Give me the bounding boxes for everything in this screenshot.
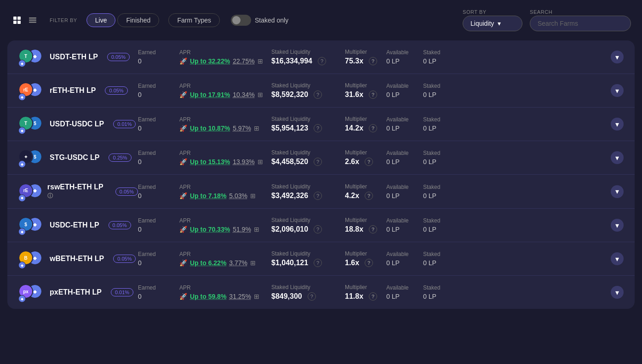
multiplier-help-icon[interactable]: ?: [369, 292, 377, 301]
rocket-icon: 🚀: [179, 192, 187, 199]
apr-column: APR 🚀 Up to 6.22% 3.77% ⊞: [179, 251, 271, 267]
staked-help-icon[interactable]: ?: [314, 225, 322, 233]
expand-button[interactable]: ▾: [611, 51, 624, 63]
table-row: px ◆ ◆ pxETH-ETH LP 0.01% Earned 0 APR 🚀…: [7, 276, 635, 309]
available-column: Available 0 LP: [386, 150, 423, 165]
rocket-icon: 🚀: [179, 259, 187, 267]
available-column: Available 0 LP: [386, 217, 423, 233]
available-header: Available: [386, 150, 423, 156]
apr-value: 🚀 Up to 10.87% 5.97% ⊞: [179, 125, 271, 132]
apr-calc-icon[interactable]: ⊞: [258, 158, 263, 165]
expand-button[interactable]: ▾: [611, 118, 624, 131]
info-icon[interactable]: ⓘ: [47, 193, 53, 199]
apr-up-value: Up to 15.13%: [190, 158, 230, 165]
staked-liquidity-header: Staked Liquidity: [271, 217, 345, 223]
view-toggle: [11, 14, 39, 26]
apr-calc-icon[interactable]: ⊞: [254, 226, 259, 233]
staked-help-icon[interactable]: ?: [318, 57, 326, 65]
staked-only-switch[interactable]: [231, 15, 251, 26]
list-view-button[interactable]: [27, 14, 39, 26]
fee-badge: 0.05%: [109, 221, 131, 229]
apr-header: APR: [179, 116, 271, 123]
available-value: 0 LP: [386, 226, 423, 233]
earned-value: 0: [138, 226, 179, 233]
rocket-icon: 🚀: [179, 91, 187, 98]
apr-calc-icon[interactable]: ⊞: [254, 125, 259, 132]
staked-help-icon[interactable]: ?: [314, 259, 322, 267]
multiplier-value: 31.6x ?: [345, 91, 386, 99]
apr-calc-icon[interactable]: ⊞: [250, 259, 256, 267]
apr-calc-icon[interactable]: ⊞: [258, 91, 263, 98]
multiplier-help-icon[interactable]: ?: [369, 57, 377, 65]
staked-column: Staked 0 LP: [423, 284, 460, 300]
expand-button[interactable]: ▾: [611, 252, 624, 265]
staked-help-icon[interactable]: ?: [314, 91, 322, 99]
earned-value: 0: [138, 91, 179, 98]
multiplier-help-icon[interactable]: ?: [365, 259, 373, 267]
staked-column: Staked 0 LP: [423, 150, 460, 165]
grid-view-button[interactable]: [11, 14, 23, 26]
staked-value: 0 LP: [423, 259, 460, 267]
apr-calc-icon[interactable]: ⊞: [254, 293, 259, 300]
farm-tokens-6: $ ◆ ◆ USDC-ETH LP 0.05%: [18, 217, 138, 233]
multiplier-header: Multiplier: [345, 49, 386, 55]
sort-dropdown[interactable]: Liquidity ▾: [463, 16, 522, 31]
apr-calc-icon[interactable]: ⊞: [258, 57, 263, 65]
multiplier-value: 18.8x ?: [345, 225, 386, 233]
earned-header: Earned: [138, 284, 179, 291]
earned-column: Earned 0: [138, 49, 179, 65]
rocket-icon: 🚀: [179, 226, 187, 233]
fee-badge: 0.01%: [111, 288, 133, 296]
available-header: Available: [386, 251, 423, 257]
available-header: Available: [386, 83, 423, 89]
multiplier-help-icon[interactable]: ?: [369, 91, 377, 99]
multiplier-help-icon[interactable]: ?: [365, 158, 373, 166]
token-icons-3: T $ ◆: [18, 116, 44, 132]
multiplier-help-icon[interactable]: ?: [365, 192, 373, 200]
apr-header: APR: [179, 284, 271, 291]
expand-button[interactable]: ▾: [611, 185, 624, 198]
earned-header: Earned: [138, 49, 179, 56]
staked-liquidity-column: Staked Liquidity $8,592,320 ?: [271, 82, 345, 99]
filter-group: Live Finished: [86, 13, 160, 27]
staked-header: Staked: [423, 83, 460, 89]
staked-amount: $1,040,121: [271, 259, 308, 267]
fee-badge: 0.25%: [109, 154, 131, 162]
expand-button[interactable]: ▾: [611, 84, 624, 97]
finished-filter-button[interactable]: Finished: [117, 13, 159, 27]
token-icons-6: $ ◆ ◆: [18, 217, 44, 233]
available-value: 0 LP: [386, 125, 423, 132]
live-filter-button[interactable]: Live: [86, 13, 116, 27]
apr-up-value: Up to 59.8%: [190, 293, 226, 300]
multiplier-help-icon[interactable]: ?: [369, 124, 377, 132]
sort-chevron-icon: ▾: [498, 20, 501, 27]
multiplier-column: Multiplier 75.3x ?: [345, 49, 386, 65]
earned-column: Earned 0: [138, 184, 179, 199]
farm-types-button[interactable]: Farm Types: [168, 13, 220, 27]
expand-button[interactable]: ▾: [611, 151, 624, 164]
search-section: SEARCH: [530, 9, 631, 31]
staked-only-toggle: Staked only: [231, 15, 288, 26]
staked-value: 0 LP: [423, 57, 460, 65]
available-header: Available: [386, 217, 423, 224]
apr-base-value: 5.03%: [229, 192, 247, 199]
multiplier-column: Multiplier 4.2x ?: [345, 183, 386, 200]
staked-help-icon[interactable]: ?: [308, 292, 316, 301]
multiplier-value: 4.2x ?: [345, 192, 386, 200]
staked-help-icon[interactable]: ?: [314, 192, 322, 200]
apr-calc-icon[interactable]: ⊞: [250, 192, 256, 199]
expand-button[interactable]: ▾: [611, 219, 624, 232]
token-icons-8: px ◆ ◆: [18, 284, 44, 301]
multiplier-help-icon[interactable]: ?: [369, 225, 377, 233]
farm-name: pxETH-ETH LP: [50, 288, 102, 296]
available-header: Available: [386, 284, 423, 291]
expand-button[interactable]: ▾: [611, 286, 624, 299]
apr-value: 🚀 Up to 59.8% 31.25% ⊞: [179, 293, 271, 300]
search-input[interactable]: [530, 16, 631, 31]
staked-help-icon[interactable]: ?: [314, 158, 322, 166]
available-column: Available 0 LP: [386, 83, 423, 98]
staked-column: Staked 0 LP: [423, 83, 460, 98]
multiplier-column: Multiplier 1.6x ?: [345, 250, 386, 267]
staked-help-icon[interactable]: ?: [314, 124, 322, 132]
staked-liquidity-header: Staked Liquidity: [271, 250, 345, 257]
